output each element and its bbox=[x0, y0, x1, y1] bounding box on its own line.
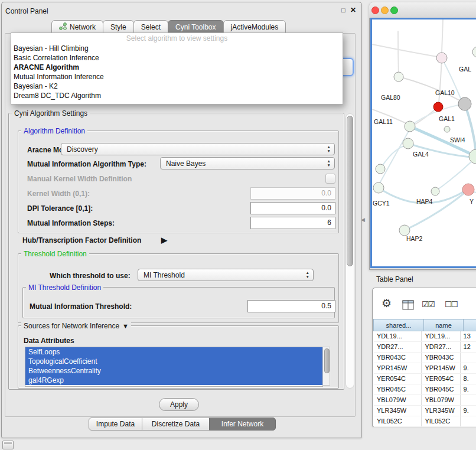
float-window-icon[interactable]: □ bbox=[341, 6, 345, 14]
tab-label: Select bbox=[141, 23, 161, 31]
tab-jactivemodules[interactable]: jActiveModules bbox=[223, 20, 286, 34]
network-node[interactable] bbox=[403, 138, 413, 149]
table-row[interactable]: YER054CYER054C8. bbox=[374, 374, 476, 384]
control-panel-tab-bar: Network Style Select Cyni Toolbox jActiv… bbox=[52, 20, 286, 34]
combo-stepper-icon: ▲▼ bbox=[327, 145, 331, 153]
table-body: YDL19...YDL19...13YDR27...YDR27...12YBR0… bbox=[374, 331, 476, 427]
table-row[interactable]: YDR27...YDR27...12 bbox=[374, 342, 476, 353]
network-edge[interactable] bbox=[405, 193, 464, 230]
aracne-mode-select[interactable]: Discovery ▲▼ bbox=[61, 143, 335, 155]
tab-cyni-toolbox[interactable]: Cyni Toolbox bbox=[168, 20, 223, 34]
network-graph[interactable]: GALGAL80GAL10GAL11GAL1SWI4GAL4GCY1HAP4YH… bbox=[372, 19, 476, 266]
data-attributes-list[interactable]: SelfLoopsTopologicalCoefficientBetweenne… bbox=[25, 347, 323, 387]
which-threshold-select[interactable]: MI Threshold ▲▼ bbox=[138, 269, 314, 281]
mi-steps-field[interactable]: 6 bbox=[250, 217, 335, 229]
tab-label: Cyni Toolbox bbox=[175, 23, 216, 31]
attributes-scrollbar-thumb[interactable] bbox=[324, 348, 330, 373]
table-cell bbox=[461, 353, 476, 363]
network-edge[interactable] bbox=[442, 19, 443, 53]
kernel-width-label: Kernel Width (0,1): bbox=[27, 190, 90, 198]
mi-threshold-field[interactable]: 0.5 bbox=[247, 300, 335, 312]
network-node[interactable] bbox=[458, 97, 471, 110]
deselect-all-icon[interactable]: ☐☐ bbox=[445, 299, 457, 309]
data-attributes-label: Data Attributes bbox=[24, 337, 74, 345]
data-attribute-item[interactable]: TopologicalCoefficient bbox=[25, 357, 322, 366]
network-edge[interactable] bbox=[465, 104, 476, 152]
tab-impute-data[interactable]: Impute Data bbox=[89, 418, 142, 431]
dpi-tolerance-field[interactable]: 0.0 bbox=[250, 202, 335, 214]
algorithm-option[interactable]: ARACNE Algorithm bbox=[11, 63, 343, 72]
tab-infer-network[interactable]: Infer Network bbox=[209, 418, 276, 431]
table-column-header[interactable]: name bbox=[423, 319, 464, 331]
tab-discretize-data[interactable]: Discretize Data bbox=[142, 418, 210, 431]
algorithm-option[interactable]: Bayesian - Hill Climbing bbox=[11, 44, 343, 53]
algorithm-dropdown-placeholder: Select algorithm to view settings bbox=[11, 34, 343, 44]
network-node[interactable] bbox=[469, 149, 476, 164]
tab-network[interactable]: Network bbox=[51, 20, 103, 34]
network-edge[interactable] bbox=[380, 131, 409, 183]
gear-icon[interactable]: ⚙ bbox=[382, 298, 392, 309]
table-row[interactable]: YPR145WYPR145W9. bbox=[374, 363, 476, 374]
table-cell bbox=[461, 395, 476, 405]
network-node[interactable] bbox=[399, 225, 410, 236]
network-node[interactable] bbox=[433, 102, 443, 112]
which-threshold-label: Which threshold to use: bbox=[50, 272, 131, 280]
zoom-button[interactable] bbox=[390, 6, 398, 14]
minimize-button[interactable] bbox=[381, 6, 389, 14]
settings-scrollbar[interactable] bbox=[345, 113, 354, 389]
expand-arrow-icon[interactable]: ▶ bbox=[161, 236, 167, 244]
table-row[interactable]: YLR345WYLR345W9. bbox=[374, 406, 476, 416]
table-cell bbox=[461, 416, 476, 426]
network-node-label: HAP2 bbox=[406, 235, 423, 242]
network-node-label: GAL10 bbox=[435, 89, 455, 96]
network-node-label: GAL11 bbox=[374, 118, 393, 125]
table-cell: 9. bbox=[461, 406, 476, 416]
table-column-header[interactable] bbox=[463, 319, 476, 331]
data-attribute-item[interactable]: BetweennessCentrality bbox=[25, 366, 322, 376]
application-desktop: Control Panel □ ✕ Network Style Select C… bbox=[0, 0, 476, 450]
network-node[interactable] bbox=[472, 47, 476, 57]
table-row[interactable]: YBR043CYBR043C bbox=[374, 353, 476, 363]
network-node[interactable] bbox=[436, 53, 447, 63]
minimized-panel-icon[interactable] bbox=[2, 441, 14, 449]
settings-scrollbar-thumb[interactable] bbox=[347, 116, 353, 266]
table-cell: YER054C bbox=[374, 374, 422, 384]
table-column-header[interactable]: shared... bbox=[373, 319, 424, 331]
close-button[interactable] bbox=[371, 6, 379, 14]
algorithm-option[interactable]: Dream8 DC_TDC Algorithm bbox=[11, 91, 343, 100]
data-attribute-item[interactable]: gal4RGexp bbox=[25, 376, 322, 385]
algorithm-option[interactable]: Bayesian - K2 bbox=[11, 81, 343, 91]
algorithm-option[interactable]: Mutual Information Inference bbox=[11, 72, 343, 81]
network-node[interactable] bbox=[431, 187, 439, 195]
data-attribute-item[interactable]: SelfLoops bbox=[25, 347, 322, 357]
network-node-label: SWI4 bbox=[450, 136, 465, 144]
manual-kernel-width-checkbox[interactable] bbox=[325, 174, 335, 184]
table-cell: YBR043C bbox=[422, 353, 460, 363]
select-all-icon[interactable]: ☑☑ bbox=[422, 299, 434, 309]
apply-button[interactable]: Apply bbox=[159, 398, 199, 411]
network-node[interactable] bbox=[462, 184, 474, 195]
kernel-width-field[interactable]: 0.0 bbox=[250, 187, 335, 200]
close-panel-icon[interactable]: ✕ bbox=[350, 6, 356, 14]
table-row[interactable]: YBR045CYBR045C9. bbox=[374, 384, 476, 395]
algorithm-option[interactable]: Basic Correlation Inference bbox=[11, 53, 343, 63]
network-node[interactable] bbox=[394, 72, 403, 81]
network-node[interactable] bbox=[444, 126, 450, 132]
network-edge[interactable] bbox=[372, 44, 437, 57]
mi-algorithm-type-select[interactable]: Naive Bayes ▲▼ bbox=[160, 157, 335, 169]
network-node[interactable] bbox=[376, 164, 385, 174]
network-node[interactable] bbox=[373, 182, 384, 193]
network-node-label: GAL80 bbox=[381, 94, 400, 101]
splitter-collapse-icon[interactable]: ◀ bbox=[361, 217, 365, 223]
tab-select[interactable]: Select bbox=[133, 20, 168, 34]
table-row[interactable]: YBL079WYBL079W bbox=[374, 395, 476, 406]
columns-icon[interactable] bbox=[402, 300, 414, 312]
hub-definition-label: Hub/Transcription Factor Definition bbox=[22, 236, 141, 244]
table-row[interactable]: YDL19...YDL19...13 bbox=[374, 331, 476, 342]
network-edge[interactable] bbox=[398, 31, 399, 77]
attributes-list-scrollbar[interactable] bbox=[322, 347, 330, 386]
collapse-arrow-icon[interactable]: ▼ bbox=[122, 322, 129, 330]
table-row[interactable]: YIL052CYIL052C bbox=[374, 416, 476, 427]
tab-style[interactable]: Style bbox=[103, 20, 134, 34]
network-node[interactable] bbox=[405, 121, 415, 132]
